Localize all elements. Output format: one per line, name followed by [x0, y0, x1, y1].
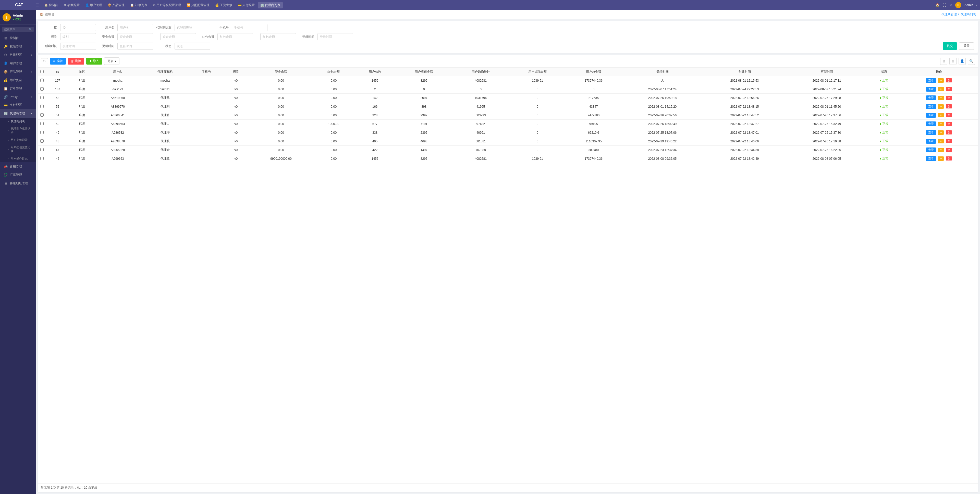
row-checkbox[interactable]	[40, 96, 44, 99]
delete-row-button[interactable]: 🗑	[946, 104, 952, 108]
delete-row-button[interactable]: 🗑	[946, 122, 952, 126]
delete-row-button[interactable]: 🗑	[946, 96, 952, 100]
edit-button[interactable]: ✏ 编辑	[50, 58, 66, 65]
top-nav-item[interactable]: ⚙ 参数配置	[61, 2, 82, 8]
delete-row-button[interactable]: 🗑	[946, 139, 952, 143]
detail-button[interactable]: 查看	[926, 139, 936, 144]
sidebar-item-payment[interactable]: 💳 支付配置	[0, 101, 36, 109]
edit-row-button[interactable]: ✏	[938, 87, 944, 91]
detail-button[interactable]: 查看	[926, 95, 936, 100]
top-nav-item[interactable]: 📦 产品管理	[105, 2, 127, 8]
top-nav-item[interactable]: 📋 订单列表	[127, 2, 150, 8]
filter-input-balance-min[interactable]	[118, 33, 153, 40]
filter-input-redpacket-min[interactable]	[218, 33, 253, 40]
sidebar-item-normal-config[interactable]: ⚙ 常规配置 ›	[0, 51, 36, 59]
delete-row-button[interactable]: 🗑	[946, 113, 952, 117]
sidebar-item-user-op-logs[interactable]: ▪ 用户操作日志	[0, 155, 36, 162]
sidebar-item-user-charge-records[interactable]: ▪ 用户充值记录	[0, 136, 36, 144]
sidebar-item-marketing[interactable]: 📣 营销管理 ›	[0, 162, 36, 171]
home-nav-icon[interactable]: 🏠	[935, 3, 939, 7]
edit-row-button[interactable]: ✏	[938, 139, 944, 143]
filter-input-balance-max[interactable]	[160, 33, 196, 40]
row-checkbox[interactable]	[40, 131, 44, 134]
top-nav-item[interactable]: 🏢 代理商列表	[258, 2, 283, 8]
detail-button[interactable]: 查看	[926, 104, 936, 109]
row-checkbox[interactable]	[40, 87, 44, 91]
sidebar-item-user-funds[interactable]: 💰 用户资金 ›	[0, 76, 36, 84]
top-nav-item[interactable]: 👤 用户管理	[83, 2, 105, 8]
edit-row-button[interactable]: ✏	[938, 156, 944, 161]
td-total-users: 1456	[354, 76, 396, 85]
row-checkbox[interactable]	[40, 79, 44, 82]
filter-input-id[interactable]	[60, 24, 96, 31]
row-checkbox[interactable]	[40, 139, 44, 143]
top-nav-item[interactable]: 💳 支付配置	[235, 2, 257, 8]
select-all-checkbox[interactable]	[40, 70, 44, 73]
filter-input-redpacket-max[interactable]	[260, 33, 296, 40]
sidebar-item-agent-list[interactable]: ▪ 代理商列表	[0, 118, 36, 125]
edit-row-button[interactable]: ✏	[938, 96, 944, 100]
row-checkbox[interactable]	[40, 113, 44, 117]
filter-reset-button[interactable]: 重置	[959, 42, 974, 50]
filter-input-update-time[interactable]	[118, 43, 153, 50]
sidebar-item-agent-user-charge[interactable]: ▪ 代理商户充值记录	[0, 125, 36, 136]
more-button[interactable]: 更多 ▾	[104, 57, 119, 65]
row-checkbox[interactable]	[40, 157, 44, 160]
sidebar-item-user-redpacket[interactable]: ▪ 用户红包充值记录	[0, 144, 36, 155]
filter-input-username[interactable]	[118, 24, 153, 31]
filter-submit-button[interactable]: 提交	[943, 42, 957, 50]
detail-button[interactable]: 查看	[926, 130, 936, 135]
table-search-button[interactable]: 🔍	[968, 58, 975, 65]
sidebar-item-exchange-rate[interactable]: 💱 汇率管理	[0, 171, 36, 179]
top-nav-item[interactable]: 🏠 控制台	[41, 2, 60, 8]
refresh-button[interactable]: ↻	[41, 58, 48, 64]
column-settings-button[interactable]: 👤	[959, 58, 966, 65]
menu-toggle-icon[interactable]: ☰	[36, 3, 39, 7]
import-button[interactable]: ⬆ 导入	[86, 58, 102, 65]
filter-input-phone[interactable]	[232, 24, 267, 31]
edit-row-button[interactable]: ✏	[938, 104, 944, 109]
sidebar-item-dashboard[interactable]: ⊞ 控制台	[0, 34, 36, 42]
edit-row-button[interactable]: ✏	[938, 78, 944, 83]
row-checkbox[interactable]	[40, 148, 44, 151]
grid-view-button[interactable]: ⊞	[950, 58, 956, 65]
detail-button[interactable]: 查看	[926, 156, 936, 161]
top-nav-item[interactable]: ⚙ 用户等级配置管理	[150, 2, 183, 8]
edit-row-button[interactable]: ✏	[938, 113, 944, 118]
detail-button[interactable]: 查看	[926, 78, 936, 83]
filter-input-status[interactable]	[175, 43, 210, 50]
delete-button[interactable]: 🗑 删除	[68, 58, 84, 65]
edit-row-button[interactable]: ✏	[938, 122, 944, 126]
filter-input-level[interactable]	[60, 33, 96, 40]
sidebar-item-server-mgmt[interactable]: 🖥 客服地址管理	[0, 179, 36, 187]
delete-row-button[interactable]: 🗑	[946, 156, 952, 160]
detail-button[interactable]: 查看	[926, 121, 936, 126]
sidebar-item-agent-mgmt[interactable]: 🏢 代理商管理 ∨	[0, 109, 36, 118]
filter-input-login-time[interactable]	[318, 33, 353, 40]
delete-row-button[interactable]: 🗑	[946, 130, 952, 135]
delete-row-button[interactable]: 🗑	[946, 78, 952, 83]
row-checkbox[interactable]	[40, 122, 44, 125]
top-nav-item[interactable]: 🔀 分配配置管理	[184, 2, 212, 8]
sidebar-item-permission[interactable]: 🔑 权限管理 ›	[0, 42, 36, 51]
detail-button[interactable]: 查看	[926, 87, 936, 92]
table-view-button[interactable]: ⊟	[940, 58, 947, 65]
detail-button[interactable]: 查看	[926, 148, 936, 152]
edit-row-button[interactable]: ✏	[938, 130, 944, 135]
sidebar-item-user-mgmt[interactable]: 👤 用户管理 ›	[0, 59, 36, 68]
user-dropdown-icon[interactable]: ▾	[976, 4, 977, 6]
close-nav-icon[interactable]: ✕	[949, 3, 952, 7]
detail-button[interactable]: 查看	[926, 113, 936, 118]
filter-input-create-time[interactable]	[60, 43, 96, 50]
fullscreen-icon[interactable]: ⛶	[942, 3, 946, 7]
sidebar-item-order-mgmt[interactable]: 📋 订单管理	[0, 84, 36, 93]
top-nav-item[interactable]: 💰 工资发放	[213, 2, 234, 8]
filter-input-agent-name[interactable]	[175, 24, 210, 31]
delete-row-button[interactable]: 🗑	[946, 148, 952, 152]
sidebar-item-product-mgmt[interactable]: 📦 产品管理 ›	[0, 68, 36, 76]
sidebar-item-proxy[interactable]: 🔗 Proxy ›	[0, 93, 36, 101]
filter-label-login-time: 登录时间	[299, 35, 314, 39]
row-checkbox[interactable]	[40, 105, 44, 108]
delete-row-button[interactable]: 🗑	[946, 87, 952, 91]
edit-row-button[interactable]: ✏	[938, 148, 944, 152]
